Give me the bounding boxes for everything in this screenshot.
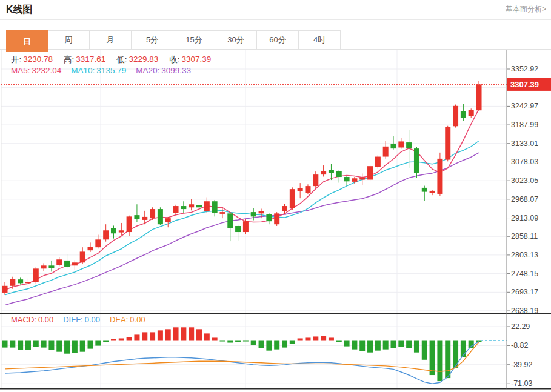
candle: [243, 221, 249, 232]
candle: [290, 189, 295, 208]
candle: [64, 261, 70, 267]
macd-bar: [204, 333, 210, 340]
candle: [282, 206, 287, 211]
price-axis: 3352.923297.943242.973187.993133.013078.…: [507, 50, 538, 389]
axis-label: 2638.19: [511, 307, 538, 315]
ma-lines: [5, 109, 479, 305]
candle: [181, 206, 186, 209]
macd-bar: [430, 341, 435, 376]
candle: [476, 84, 482, 110]
macd-bar: [251, 341, 256, 345]
axis-label: 2858.11: [511, 232, 538, 241]
candle: [469, 110, 474, 116]
macd-bar: [321, 336, 326, 340]
candle: [329, 170, 334, 173]
macd-bar: [41, 341, 47, 348]
axis-label: 3242.97: [511, 102, 538, 110]
candle: [352, 178, 357, 182]
candle: [375, 157, 381, 167]
candle: [142, 217, 147, 220]
candle: [367, 166, 373, 179]
macd-bar: [64, 341, 70, 354]
macd-bar: [103, 341, 109, 342]
axis-label: 2693.17: [511, 288, 538, 296]
candle: [414, 148, 419, 173]
macd-bar: [235, 341, 241, 342]
candle: [48, 265, 54, 268]
candle: [95, 239, 101, 247]
candle: [165, 218, 171, 222]
macd-bar: [2, 341, 8, 348]
candle: [88, 247, 93, 250]
candle: [204, 201, 210, 211]
macd-bar: [88, 341, 93, 349]
macd-bar: [445, 341, 450, 379]
axis-label: 2748.15: [511, 270, 538, 278]
macd-bar: [95, 341, 101, 346]
macd-bar: [437, 341, 442, 382]
macd-bar: [259, 341, 264, 348]
candle: [453, 106, 458, 126]
macd-bar: [219, 341, 225, 342]
candle: [336, 171, 342, 177]
macd-bar: [10, 341, 15, 348]
candle: [251, 212, 256, 216]
candle: [119, 230, 124, 232]
macd-bar: [367, 341, 373, 353]
candle: [10, 279, 15, 286]
candle: [398, 141, 404, 147]
candle: [266, 214, 272, 221]
macd-bar: [406, 341, 412, 348]
candle: [111, 228, 116, 233]
macd-bar: [189, 327, 194, 340]
macd-bar: [119, 338, 124, 340]
macd-bar: [329, 337, 334, 340]
axis-label: 3078.03: [511, 158, 538, 166]
axis-label: -71.03: [511, 379, 532, 388]
axis-label: 3352.92: [511, 65, 538, 73]
macd-bar: [150, 332, 155, 340]
axis-label: 22.29: [511, 322, 530, 331]
macd-bar: [72, 341, 78, 353]
macd-bar: [359, 341, 365, 351]
candle: [422, 188, 427, 192]
axis-label: 3187.99: [511, 121, 538, 129]
macd-bar: [33, 341, 39, 347]
candle: [344, 177, 350, 181]
candle: [41, 265, 47, 268]
current-price-tag: 3307.39: [507, 78, 551, 91]
macd-bar: [344, 341, 350, 347]
candle: [33, 268, 39, 282]
macd-bar: [25, 341, 31, 350]
macd-bar: [127, 337, 132, 340]
candle: [391, 144, 396, 148]
macd-bar: [158, 330, 163, 340]
macd-bar: [227, 341, 233, 343]
macd-bar: [181, 327, 186, 340]
candle: [56, 259, 62, 265]
axis-label: 2968.07: [511, 195, 538, 204]
macd-bar: [56, 341, 62, 352]
candles: [2, 81, 482, 295]
candle: [298, 188, 303, 191]
macd-bar: [336, 341, 342, 342]
macd-bar: [375, 341, 381, 351]
macd-bar: [274, 341, 279, 350]
current-price-tag-value: 3307.39: [510, 80, 539, 89]
macd-bar: [352, 341, 357, 350]
macd-bar: [18, 341, 23, 350]
candle: [127, 216, 132, 232]
macd-bar: [469, 341, 474, 348]
candle: [158, 209, 163, 224]
candle: [227, 213, 233, 228]
macd-bar: [134, 334, 139, 340]
macd-bar: [414, 341, 419, 353]
macd-histogram: [2, 327, 482, 381]
candle: [445, 127, 450, 160]
candle: [383, 147, 389, 157]
candle: [461, 111, 466, 118]
kline-chart-canvas[interactable]: 3352.923297.943242.973187.993133.013078.…: [0, 0, 551, 392]
candle: [189, 204, 194, 207]
ma20-line: [5, 153, 479, 305]
candle: [150, 209, 155, 218]
